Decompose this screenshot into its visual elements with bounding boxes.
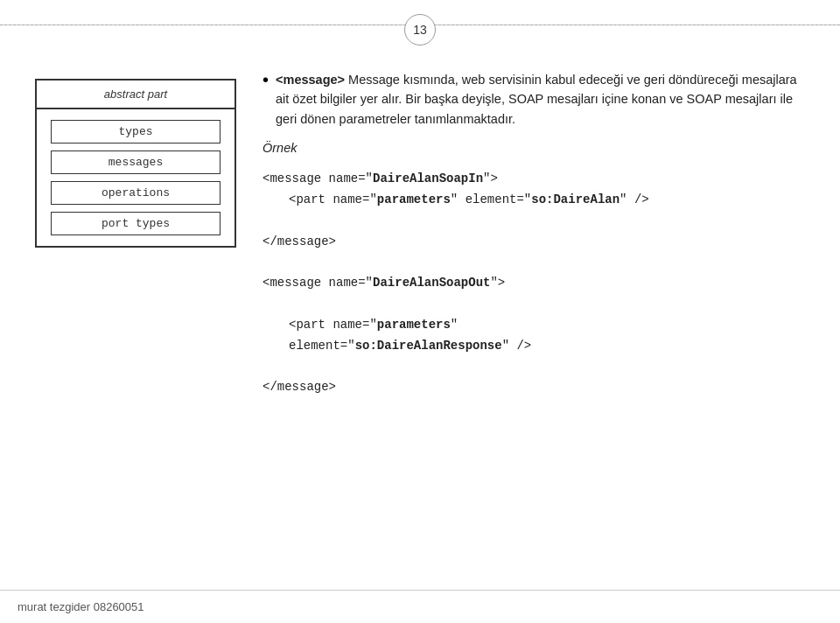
main-content: abstract part types messages operations …	[0, 52, 840, 588]
code-line-5: <part name="parameters"	[262, 315, 805, 336]
bullet-icon: •	[262, 68, 269, 91]
diagram-item-messages: messages	[51, 150, 220, 174]
footer: murat tezgider 08260051	[0, 590, 840, 623]
code-line-4: <message name="DaireAlanSoapOut">	[262, 273, 805, 294]
footer-text: murat tezgider 08260051	[18, 600, 144, 613]
diagram-item-types: types	[51, 120, 220, 144]
diagram-body: types messages operations port types	[37, 109, 234, 246]
diagram-item-operations: operations	[51, 181, 220, 205]
right-content: • <message> Message kısmında, web servis…	[262, 70, 805, 398]
code-line-1: <message name="DaireAlanSoapIn">	[262, 169, 805, 190]
page-number: 13	[413, 23, 427, 37]
code-block: <message name="DaireAlanSoapIn"> <part n…	[262, 169, 805, 398]
bullet-paragraph-text: Message kısmında, web servisinin kabul e…	[276, 73, 797, 126]
code-line-3: </message>	[262, 232, 805, 253]
abstract-part-diagram: abstract part types messages operations …	[35, 79, 236, 248]
diagram-header: abstract part	[37, 80, 234, 109]
code-line-7: </message>	[262, 377, 805, 398]
example-label: Örnek	[262, 141, 805, 155]
bullet-paragraph: <message> Message kısmında, web servisin…	[276, 70, 805, 129]
bullet-row: • <message> Message kısmında, web servis…	[262, 70, 805, 129]
diagram-item-port-types: port types	[51, 212, 220, 235]
page-number-circle: 13	[404, 14, 436, 46]
message-tag: <message>	[276, 73, 345, 87]
code-line-2: <part name="parameters" element="so:Dair…	[262, 190, 805, 211]
code-line-6: element="so:DaireAlanResponse" />	[262, 336, 805, 357]
